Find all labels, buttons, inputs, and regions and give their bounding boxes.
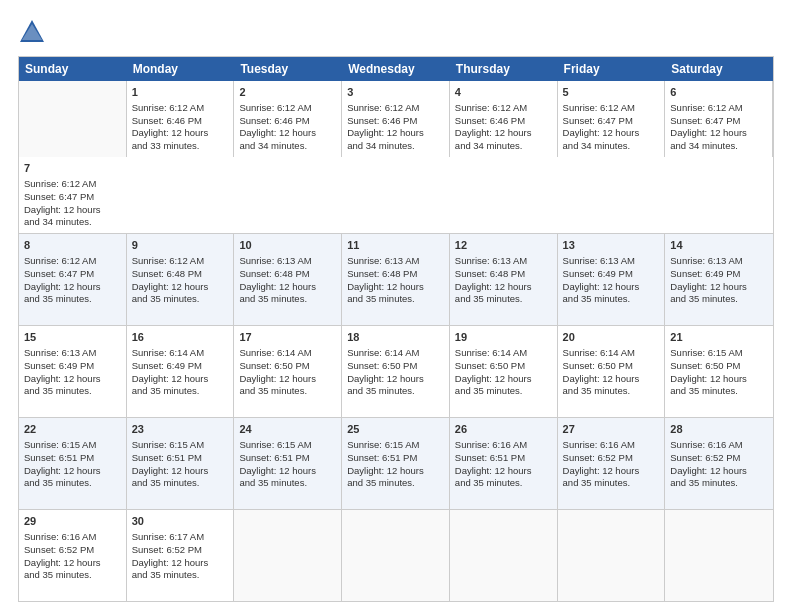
day-info-line-3: Daylight: 12 hours	[455, 465, 552, 478]
day-number: 16	[132, 330, 229, 345]
day-info-line-1: Sunrise: 6:13 AM	[670, 255, 768, 268]
day-info-line-2: Sunset: 6:46 PM	[455, 115, 552, 128]
header-day-tuesday: Tuesday	[234, 57, 342, 81]
day-info-line-4: and 35 minutes.	[132, 385, 229, 398]
day-number: 23	[132, 422, 229, 437]
day-info-line-2: Sunset: 6:49 PM	[132, 360, 229, 373]
day-info-line-4: and 35 minutes.	[239, 477, 336, 490]
day-info-line-3: Daylight: 12 hours	[563, 127, 660, 140]
day-info-line-1: Sunrise: 6:15 AM	[239, 439, 336, 452]
day-cell-12: 12Sunrise: 6:13 AMSunset: 6:48 PMDayligh…	[450, 234, 558, 325]
header	[18, 18, 774, 46]
day-info-line-2: Sunset: 6:50 PM	[455, 360, 552, 373]
day-cell-10: 10Sunrise: 6:13 AMSunset: 6:48 PMDayligh…	[234, 234, 342, 325]
day-number: 8	[24, 238, 121, 253]
day-info-line-1: Sunrise: 6:14 AM	[347, 347, 444, 360]
empty-cell	[342, 510, 450, 601]
day-info-line-3: Daylight: 12 hours	[239, 373, 336, 386]
calendar-row: 29Sunrise: 6:16 AMSunset: 6:52 PMDayligh…	[19, 510, 773, 601]
day-number: 22	[24, 422, 121, 437]
day-number: 29	[24, 514, 121, 529]
day-info-line-4: and 35 minutes.	[132, 293, 229, 306]
day-info-line-2: Sunset: 6:48 PM	[132, 268, 229, 281]
day-info-line-1: Sunrise: 6:15 AM	[347, 439, 444, 452]
day-number: 10	[239, 238, 336, 253]
day-info-line-2: Sunset: 6:47 PM	[563, 115, 660, 128]
day-cell-23: 23Sunrise: 6:15 AMSunset: 6:51 PMDayligh…	[127, 418, 235, 509]
calendar-header: SundayMondayTuesdayWednesdayThursdayFrid…	[19, 57, 773, 81]
calendar-body: 1Sunrise: 6:12 AMSunset: 6:46 PMDaylight…	[19, 81, 773, 601]
header-day-sunday: Sunday	[19, 57, 127, 81]
day-info-line-3: Daylight: 12 hours	[24, 557, 121, 570]
day-info-line-4: and 34 minutes.	[563, 140, 660, 153]
day-cell-2: 2Sunrise: 6:12 AMSunset: 6:46 PMDaylight…	[234, 81, 342, 157]
day-info-line-2: Sunset: 6:51 PM	[132, 452, 229, 465]
day-info-line-3: Daylight: 12 hours	[670, 281, 768, 294]
day-info-line-2: Sunset: 6:52 PM	[24, 544, 121, 557]
calendar-row: 15Sunrise: 6:13 AMSunset: 6:49 PMDayligh…	[19, 326, 773, 418]
day-number: 25	[347, 422, 444, 437]
day-number: 30	[132, 514, 229, 529]
day-cell-25: 25Sunrise: 6:15 AMSunset: 6:51 PMDayligh…	[342, 418, 450, 509]
header-day-thursday: Thursday	[450, 57, 558, 81]
day-info-line-1: Sunrise: 6:17 AM	[132, 531, 229, 544]
calendar: SundayMondayTuesdayWednesdayThursdayFrid…	[18, 56, 774, 602]
day-info-line-4: and 34 minutes.	[455, 140, 552, 153]
day-info-line-3: Daylight: 12 hours	[670, 127, 767, 140]
day-cell-4: 4Sunrise: 6:12 AMSunset: 6:46 PMDaylight…	[450, 81, 558, 157]
day-info-line-2: Sunset: 6:47 PM	[670, 115, 767, 128]
day-number: 12	[455, 238, 552, 253]
day-info-line-1: Sunrise: 6:12 AM	[24, 178, 122, 191]
calendar-row: 22Sunrise: 6:15 AMSunset: 6:51 PMDayligh…	[19, 418, 773, 510]
day-cell-28: 28Sunrise: 6:16 AMSunset: 6:52 PMDayligh…	[665, 418, 773, 509]
day-info-line-1: Sunrise: 6:15 AM	[670, 347, 768, 360]
day-number: 20	[563, 330, 660, 345]
empty-cell	[234, 510, 342, 601]
day-info-line-3: Daylight: 12 hours	[239, 465, 336, 478]
day-info-line-1: Sunrise: 6:12 AM	[239, 102, 336, 115]
day-number: 26	[455, 422, 552, 437]
day-info-line-4: and 35 minutes.	[239, 293, 336, 306]
empty-cell	[450, 510, 558, 601]
day-info-line-1: Sunrise: 6:13 AM	[455, 255, 552, 268]
day-info-line-1: Sunrise: 6:13 AM	[347, 255, 444, 268]
day-cell-29: 29Sunrise: 6:16 AMSunset: 6:52 PMDayligh…	[19, 510, 127, 601]
day-info-line-2: Sunset: 6:47 PM	[24, 191, 122, 204]
day-number: 24	[239, 422, 336, 437]
day-info-line-4: and 34 minutes.	[347, 140, 444, 153]
day-info-line-4: and 35 minutes.	[670, 293, 768, 306]
day-number: 2	[239, 85, 336, 100]
day-cell-13: 13Sunrise: 6:13 AMSunset: 6:49 PMDayligh…	[558, 234, 666, 325]
day-info-line-3: Daylight: 12 hours	[455, 127, 552, 140]
empty-cell	[19, 81, 127, 157]
day-info-line-4: and 35 minutes.	[24, 477, 121, 490]
day-info-line-2: Sunset: 6:46 PM	[239, 115, 336, 128]
day-info-line-1: Sunrise: 6:15 AM	[132, 439, 229, 452]
day-number: 9	[132, 238, 229, 253]
day-info-line-4: and 35 minutes.	[455, 293, 552, 306]
day-number: 3	[347, 85, 444, 100]
day-info-line-4: and 35 minutes.	[670, 477, 768, 490]
logo-icon	[18, 18, 46, 46]
day-info-line-4: and 35 minutes.	[563, 293, 660, 306]
day-info-line-2: Sunset: 6:50 PM	[670, 360, 768, 373]
day-info-line-2: Sunset: 6:49 PM	[563, 268, 660, 281]
day-number: 11	[347, 238, 444, 253]
day-info-line-4: and 33 minutes.	[132, 140, 229, 153]
day-number: 28	[670, 422, 768, 437]
day-cell-30: 30Sunrise: 6:17 AMSunset: 6:52 PMDayligh…	[127, 510, 235, 601]
day-info-line-3: Daylight: 12 hours	[239, 281, 336, 294]
day-info-line-3: Daylight: 12 hours	[24, 373, 121, 386]
day-info-line-3: Daylight: 12 hours	[563, 465, 660, 478]
day-info-line-2: Sunset: 6:51 PM	[24, 452, 121, 465]
day-info-line-4: and 34 minutes.	[24, 216, 122, 229]
day-info-line-2: Sunset: 6:50 PM	[239, 360, 336, 373]
day-cell-8: 8Sunrise: 6:12 AMSunset: 6:47 PMDaylight…	[19, 234, 127, 325]
day-info-line-1: Sunrise: 6:12 AM	[670, 102, 767, 115]
day-info-line-3: Daylight: 12 hours	[347, 373, 444, 386]
day-cell-5: 5Sunrise: 6:12 AMSunset: 6:47 PMDaylight…	[558, 81, 666, 157]
day-info-line-3: Daylight: 12 hours	[24, 281, 121, 294]
day-number: 15	[24, 330, 121, 345]
day-info-line-3: Daylight: 12 hours	[563, 373, 660, 386]
day-info-line-2: Sunset: 6:51 PM	[239, 452, 336, 465]
